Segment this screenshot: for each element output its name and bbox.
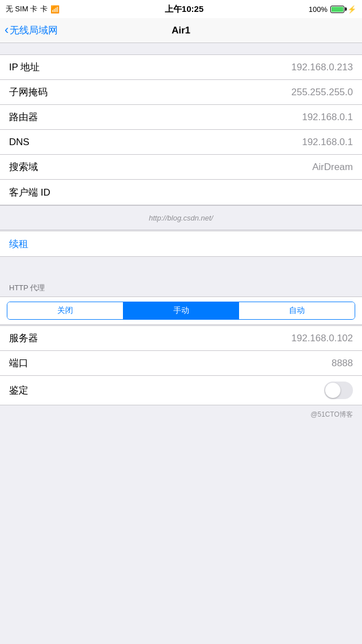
segment-自动[interactable]: 自动 [239, 302, 355, 319]
row-label: DNS [9, 137, 29, 148]
lightning-icon: ⚡ [347, 5, 356, 14]
battery-icon [330, 6, 344, 13]
renew-group: 续租 [0, 231, 362, 257]
row-value: 255.255.255.0 [291, 87, 353, 98]
row-value: AirDream [312, 162, 353, 173]
table-row: 客户端 ID [0, 180, 362, 205]
renew-row[interactable]: 续租 [0, 231, 362, 256]
row-label: 路由器 [9, 111, 38, 124]
row-value: 192.168.0.1 [302, 112, 353, 123]
segmented-container: 关闭手动自动 [0, 296, 362, 325]
table-row: 服务器 192.168.0.102 [0, 326, 362, 351]
renew-label[interactable]: 续租 [9, 238, 28, 251]
row-value: 192.168.0.213 [291, 62, 353, 73]
wifi-icon: 📶 [50, 5, 59, 14]
url-watermark-row: http://blog.csdn.net/ [0, 205, 362, 230]
proxy-settings-group: 服务器 192.168.0.102 端口 8888 鉴定 [0, 325, 362, 405]
status-left: 无 SIM 卡 卡 📶 [6, 4, 59, 14]
table-row: 鉴定 [0, 376, 362, 405]
url-watermark-text: http://blog.csdn.net/ [149, 214, 213, 222]
carrier-label: 无 SIM 卡 [6, 4, 37, 14]
row-value: 8888 [331, 358, 353, 369]
back-button[interactable]: ‹ 无线局域网 [5, 24, 58, 37]
toggle-switch[interactable] [324, 382, 353, 399]
table-row: DNS 192.168.0.1 [0, 130, 362, 155]
row-label: 端口 [9, 357, 28, 370]
battery-percent: 100% [309, 5, 327, 14]
row-label: 子网掩码 [9, 86, 48, 99]
segment-手动[interactable]: 手动 [123, 302, 240, 319]
spacer-2 [0, 257, 362, 274]
http-proxy-header: HTTP 代理 [0, 274, 362, 296]
nav-bar: ‹ 无线局域网 Air1 [0, 18, 362, 43]
segmented-control: 关闭手动自动 [7, 302, 355, 320]
segment-关闭[interactable]: 关闭 [7, 302, 123, 319]
row-label: 鉴定 [9, 384, 28, 397]
table-row: 子网掩码 255.255.255.0 [0, 80, 362, 105]
status-time: 上午10:25 [165, 4, 203, 15]
watermark-text: @51CTO博客 [310, 410, 353, 418]
watermark: @51CTO博客 [0, 405, 362, 424]
row-value: 192.168.0.102 [291, 333, 353, 344]
table-row: 搜索域 AirDream [0, 155, 362, 180]
sim-card-label: 卡 [40, 4, 48, 14]
chevron-left-icon: ‹ [5, 24, 8, 36]
row-label: 客户端 ID [9, 186, 50, 199]
back-label: 无线局域网 [10, 24, 58, 37]
network-info-group: IP 地址 192.168.0.213 子网掩码 255.255.255.0 路… [0, 54, 362, 205]
row-label: IP 地址 [9, 61, 40, 74]
http-proxy-header-text: HTTP 代理 [9, 283, 45, 292]
status-right: 100% ⚡ [309, 5, 356, 14]
toggle-knob [325, 383, 340, 398]
table-row: IP 地址 192.168.0.213 [0, 55, 362, 80]
page-title: Air1 [172, 25, 190, 36]
battery-body [330, 6, 344, 13]
row-label: 服务器 [9, 332, 38, 345]
table-row: 路由器 192.168.0.1 [0, 105, 362, 130]
table-row: 端口 8888 [0, 351, 362, 376]
row-value: 192.168.0.1 [302, 137, 353, 148]
row-label: 搜索域 [9, 160, 38, 173]
battery-fill [331, 7, 343, 12]
status-bar: 无 SIM 卡 卡 📶 上午10:25 100% ⚡ [0, 0, 362, 18]
